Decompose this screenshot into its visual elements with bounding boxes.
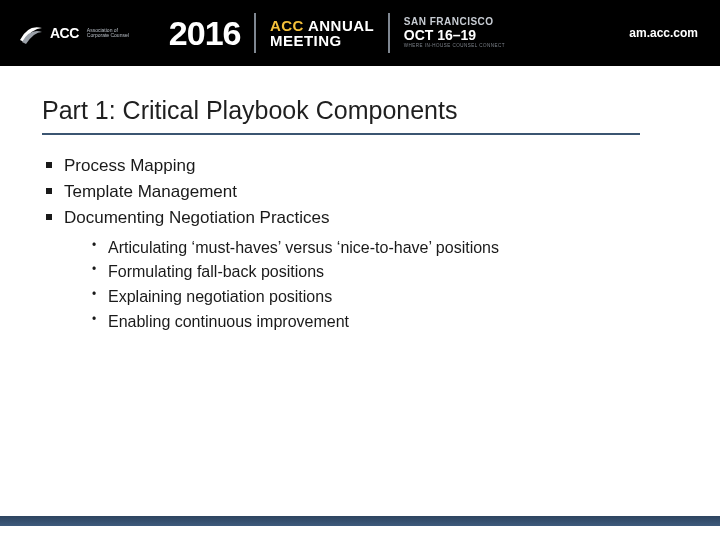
event-location: SAN FRANCISCO OCT 16–19 WHERE IN-HOUSE C… bbox=[404, 17, 505, 49]
secondary-bullet-list: Articulating ‘must-haves’ versus ‘nice-t… bbox=[90, 236, 678, 335]
list-item: Enabling continuous improvement bbox=[90, 310, 678, 335]
list-item: Process Mapping bbox=[42, 153, 678, 179]
event-name: ACCANNUAL MEETING bbox=[270, 18, 374, 48]
event-year: 2016 bbox=[169, 14, 241, 53]
list-item: Documenting Negotiation Practices bbox=[42, 205, 678, 231]
list-item: Formulating fall-back positions bbox=[90, 260, 678, 285]
slide-title: Part 1: Critical Playbook Components bbox=[42, 96, 678, 131]
title-underline bbox=[42, 133, 640, 135]
event-url: am.acc.com bbox=[629, 26, 698, 40]
primary-bullet-list: Process Mapping Template Management Docu… bbox=[42, 153, 678, 232]
divider-icon bbox=[388, 13, 390, 53]
header-banner: ACC Association of Corporate Counsel 201… bbox=[0, 0, 720, 66]
acc-swoosh-icon bbox=[18, 20, 44, 46]
acc-logo: ACC Association of Corporate Counsel bbox=[18, 20, 129, 46]
list-item: Explaining negotiation positions bbox=[90, 285, 678, 310]
acc-logo-text: ACC bbox=[50, 25, 79, 41]
footer-accent-bar bbox=[0, 516, 720, 526]
list-item: Articulating ‘must-haves’ versus ‘nice-t… bbox=[90, 236, 678, 261]
event-branding: 2016 ACCANNUAL MEETING SAN FRANCISCO OCT… bbox=[169, 13, 505, 53]
list-item: Template Management bbox=[42, 179, 678, 205]
divider-icon bbox=[254, 13, 256, 53]
slide-content: Part 1: Critical Playbook Components Pro… bbox=[0, 66, 720, 335]
acc-logo-subtext: Association of Corporate Counsel bbox=[87, 28, 129, 39]
